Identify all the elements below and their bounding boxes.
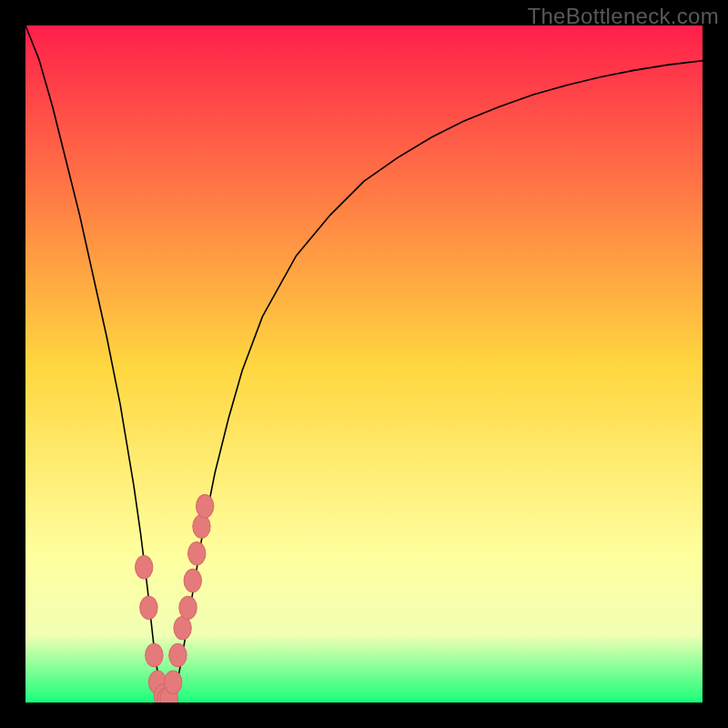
data-marker xyxy=(169,643,187,666)
data-marker xyxy=(140,596,157,619)
data-marker xyxy=(188,542,206,565)
chart-frame: TheBottleneck.com xyxy=(0,0,728,728)
data-marker xyxy=(165,671,182,693)
data-marker xyxy=(136,556,153,579)
plot-area xyxy=(25,25,703,703)
data-marker xyxy=(196,495,213,518)
data-marker xyxy=(184,569,201,592)
gradient-background xyxy=(25,25,703,703)
data-marker xyxy=(193,515,210,538)
data-marker xyxy=(179,596,197,619)
data-marker xyxy=(174,617,191,640)
bottleneck-curve-chart xyxy=(25,25,703,703)
data-marker xyxy=(146,643,163,666)
